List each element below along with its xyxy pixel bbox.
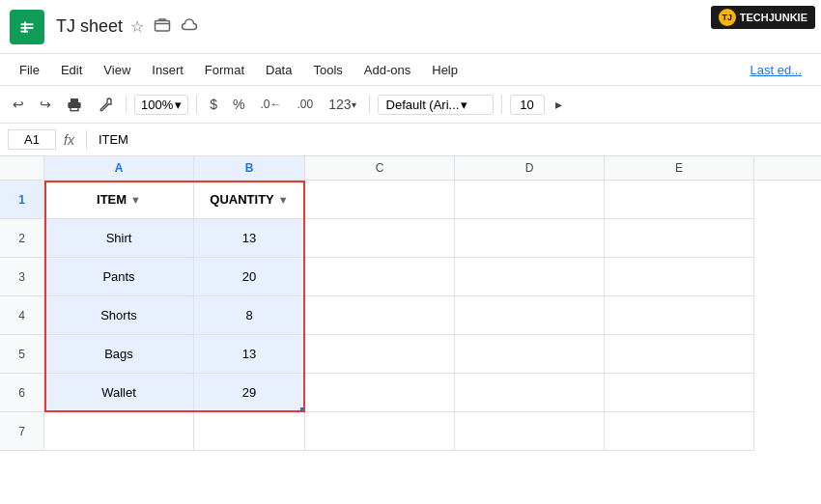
decimal-inc-button[interactable]: .00 <box>293 95 319 114</box>
cell-b5[interactable]: 13 <box>194 335 305 374</box>
number-format-button[interactable]: 123 ▾ <box>324 94 360 115</box>
cell-b7[interactable] <box>194 412 305 451</box>
cell-a5[interactable]: Bags <box>44 335 194 374</box>
cell-a4[interactable]: Shorts <box>44 296 194 335</box>
grid-rows: 1 ITEM ▼ QUANTITY ▼ 2 Shirt 13 <box>0 181 821 451</box>
currency-button[interactable]: $ <box>205 94 222 115</box>
cell-e1[interactable] <box>605 181 754 219</box>
title-area: TJ sheet ☆ <box>56 16 811 38</box>
table-row: 3 Pants 20 <box>0 258 821 296</box>
print-button[interactable] <box>62 94 87 115</box>
menu-format[interactable]: Format <box>195 59 254 81</box>
svg-rect-4 <box>24 21 26 32</box>
cell-b4[interactable]: 8 <box>194 296 305 335</box>
row-num-4: 4 <box>0 296 44 335</box>
row-num-3: 3 <box>0 258 44 296</box>
cell-d5[interactable] <box>455 335 605 374</box>
filter-icon-a1[interactable]: ▼ <box>130 194 141 206</box>
cell-d3[interactable] <box>455 258 605 296</box>
tj-icon: TJ <box>719 9 736 26</box>
zoom-selector[interactable]: 100% ▾ <box>134 95 188 115</box>
menu-edit[interactable]: Edit <box>51 59 92 81</box>
cell-e4[interactable] <box>605 296 754 335</box>
table-row: 1 ITEM ▼ QUANTITY ▼ <box>0 181 821 219</box>
spreadsheet-grid: A B C D E 1 ITEM ▼ QUANTITY ▼ <box>0 156 821 451</box>
cell-e3[interactable] <box>605 258 754 296</box>
cell-d2[interactable] <box>455 219 605 258</box>
svg-rect-1 <box>21 23 34 25</box>
menu-addons[interactable]: Add-ons <box>354 59 420 81</box>
toolbar: ↩ ↪ 100% ▾ $ % .0← .00 123 ▾ Defaul <box>0 85 821 124</box>
cell-d7[interactable] <box>455 412 605 451</box>
table-row: 2 Shirt 13 <box>0 219 821 258</box>
decimal-dec-button[interactable]: .0← <box>256 95 287 114</box>
cell-d4[interactable] <box>455 296 605 335</box>
menu-tools[interactable]: Tools <box>303 59 352 81</box>
last-edit[interactable]: Last ed... <box>741 59 811 81</box>
formula-sep <box>86 130 87 150</box>
font-selector[interactable]: Default (Ari... ▾ <box>378 95 494 115</box>
zoom-arrow: ▾ <box>175 98 182 112</box>
cell-d6[interactable] <box>455 374 605 412</box>
cell-c5[interactable] <box>305 335 455 374</box>
doc-title[interactable]: TJ sheet <box>56 16 123 37</box>
cell-c1[interactable] <box>305 181 455 219</box>
cell-c2[interactable] <box>305 219 455 258</box>
col-header-d[interactable]: D <box>455 156 605 180</box>
star-icon[interactable]: ☆ <box>130 17 144 36</box>
cell-a7[interactable] <box>44 412 194 451</box>
col-header-c[interactable]: C <box>305 156 455 180</box>
fill-handle[interactable] <box>300 407 305 412</box>
row-num-1: 1 <box>0 181 44 219</box>
menu-help[interactable]: Help <box>422 59 467 81</box>
cell-b3[interactable]: 20 <box>194 258 305 296</box>
cell-c6[interactable] <box>305 374 455 412</box>
cell-e5[interactable] <box>605 335 754 374</box>
cell-a3[interactable]: Pants <box>44 258 194 296</box>
cell-a1[interactable]: ITEM ▼ <box>44 181 194 219</box>
col-header-e[interactable]: E <box>605 156 754 180</box>
col-header-a[interactable]: A <box>44 156 194 180</box>
filter-icon-b1[interactable]: ▼ <box>278 194 289 206</box>
sep3 <box>369 95 370 114</box>
menu-insert[interactable]: Insert <box>142 59 193 81</box>
table-row: 7 <box>0 412 821 451</box>
cell-e2[interactable] <box>605 219 754 258</box>
cell-e6[interactable] <box>605 374 754 412</box>
techjunkie-logo: TJ TECHJUNKIE <box>711 6 815 29</box>
menu-file[interactable]: File <box>10 59 49 81</box>
cell-e7[interactable] <box>605 412 754 451</box>
cell-b6[interactable]: 29 <box>194 374 305 412</box>
cell-a2[interactable]: Shirt <box>44 219 194 258</box>
number-format-arrow: ▾ <box>352 99 356 110</box>
cell-c3[interactable] <box>305 258 455 296</box>
font-size-box[interactable]: 10 <box>510 95 545 115</box>
cell-b2[interactable]: 13 <box>194 219 305 258</box>
menu-view[interactable]: View <box>94 59 140 81</box>
formula-input[interactable] <box>95 130 813 149</box>
folder-icon[interactable] <box>154 16 171 38</box>
cell-a6[interactable]: Wallet <box>44 374 194 412</box>
redo-button[interactable]: ↪ <box>35 94 56 115</box>
font-name: Default (Ari... <box>386 98 460 112</box>
cell-b1[interactable]: QUANTITY ▼ <box>194 181 305 219</box>
table-row: 5 Bags 13 <box>0 335 821 374</box>
cell-c4[interactable] <box>305 296 455 335</box>
row-num-7: 7 <box>0 412 44 451</box>
cloud-icon[interactable] <box>181 16 198 38</box>
undo-button[interactable]: ↩ <box>8 94 29 115</box>
table-row: 4 Shorts 8 <box>0 296 821 335</box>
app-icon <box>10 10 44 44</box>
col-header-b[interactable]: B <box>194 156 305 180</box>
zoom-value: 100% <box>141 98 173 112</box>
menu-data[interactable]: Data <box>256 59 301 81</box>
percent-button[interactable]: % <box>228 94 249 115</box>
cell-d1[interactable] <box>455 181 605 219</box>
cell-c7[interactable] <box>305 412 455 451</box>
menu-bar: File Edit View Insert Format Data Tools … <box>0 54 821 85</box>
cell-ref-box[interactable]: A1 <box>8 129 56 150</box>
more-options-button[interactable]: ▸ <box>551 94 567 115</box>
title-bar: TJ sheet ☆ <box>0 0 821 54</box>
paint-format-button[interactable] <box>93 94 118 115</box>
row-num-6: 6 <box>0 374 44 412</box>
